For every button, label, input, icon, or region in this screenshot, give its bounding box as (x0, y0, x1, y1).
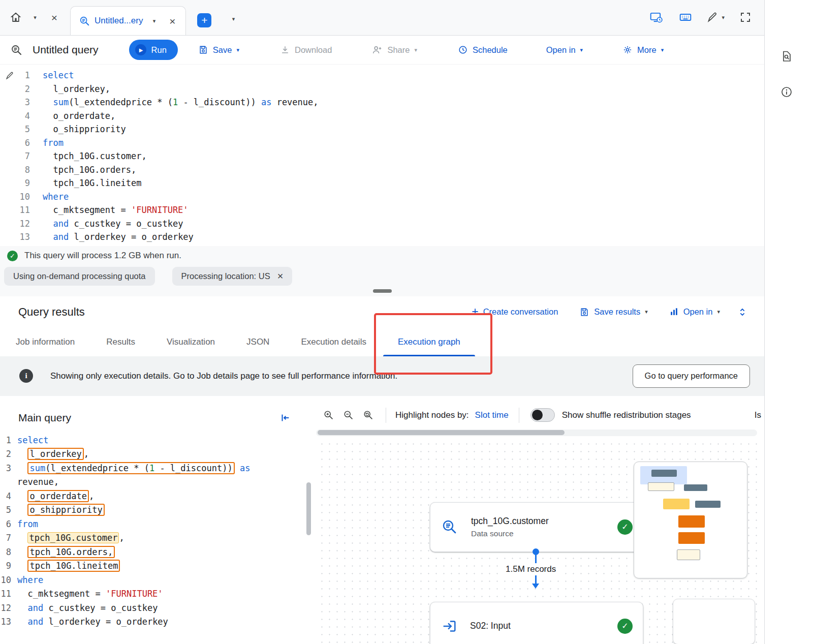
fullscreen-button[interactable] (737, 9, 754, 26)
editor-status-strip: ✓ This query will process 1.2 GB when ru… (0, 246, 764, 296)
graph-minimap[interactable] (634, 462, 747, 578)
bigquery-app: ▾ × Untitled...ery ▾ × + ▾ ▾ (0, 0, 813, 644)
keyboard-icon (679, 11, 692, 24)
results-tab[interactable]: Execution graph (382, 328, 476, 356)
query-tab-menu-button[interactable]: ▾ (147, 14, 161, 27)
settings-chip[interactable]: Using on-demand processing quota (4, 267, 155, 286)
home-button[interactable] (7, 9, 24, 26)
results-tab-bar: Job information Results Visualization JS… (0, 328, 764, 356)
query-toolbar: Untitled query ▶ Run Save ▾ Download Sha… (0, 36, 764, 65)
highlight-nodes-label: Highlight nodes by: (395, 410, 469, 420)
results-tab-label: Execution details (301, 337, 366, 347)
node-subtitle: Data source (471, 529, 549, 538)
graph-node-datasource[interactable]: tpch_10G.customer Data source ✓ (430, 502, 643, 552)
editor-format-icon[interactable] (5, 71, 15, 80)
sql-editor-region: 1select2 l_orderkey,3 sum(l_extendedpric… (0, 65, 764, 246)
run-button[interactable]: ▶ Run (129, 40, 178, 60)
zoom-out-button[interactable] (343, 410, 354, 420)
close-query-tab-button[interactable]: × (165, 14, 179, 28)
magic-pen-icon (706, 11, 718, 23)
right-side-rail (765, 0, 813, 644)
input-stage-icon (441, 618, 458, 635)
chevron-down-icon: ▾ (717, 309, 720, 315)
chevron-down-icon: ▾ (236, 47, 239, 53)
zoom-in-icon (323, 410, 334, 420)
page-title: Untitled query (33, 44, 99, 56)
shuffle-stages-toggle[interactable] (530, 408, 555, 422)
edge-arrow-icon (532, 584, 539, 589)
plus-icon: + (472, 306, 478, 318)
new-tab-menu-button[interactable]: ▾ (225, 10, 242, 27)
create-conversation-button[interactable]: + Create conversation (464, 302, 566, 322)
new-tab-button[interactable]: + (197, 13, 211, 27)
play-icon: ▶ (135, 44, 146, 55)
panel-splitter (0, 286, 764, 296)
query-history-search-button[interactable] (778, 48, 795, 65)
node-title: S02: Input (470, 621, 511, 631)
close-icon: × (169, 16, 175, 26)
results-tab[interactable]: JSON (231, 328, 285, 356)
save-results-button[interactable]: Save results ▾ (572, 302, 655, 322)
expand-results-button[interactable] (734, 303, 751, 321)
collapse-panel-button[interactable] (276, 409, 294, 426)
results-tab[interactable]: Visualization (151, 328, 231, 356)
zoom-in-button[interactable] (323, 410, 334, 420)
close-icon: × (51, 12, 57, 23)
results-tab[interactable]: Execution details (285, 328, 382, 356)
more-button[interactable]: More ▾ (609, 40, 677, 60)
results-tab-label: Job information (16, 337, 75, 347)
query-table-search-icon (79, 15, 90, 26)
sql-generation-button[interactable]: ▾ (706, 9, 725, 26)
execution-graph-panel: Highlight nodes by: Slot time Show shuff… (305, 396, 764, 644)
scrollbar-thumb[interactable] (318, 430, 565, 435)
download-button[interactable]: Download (267, 40, 345, 60)
main-query-panel: Main query 1select2 l_orderkey,3 sum(l_e… (0, 396, 305, 644)
node-success-icon: ✓ (617, 519, 633, 535)
results-tab-label: Results (106, 337, 135, 347)
results-tab-label: Execution graph (398, 337, 460, 347)
go-to-query-performance-button[interactable]: Go to query performance (633, 364, 750, 388)
results-tab[interactable]: Job information (0, 328, 90, 356)
results-tab-label: Visualization (167, 337, 215, 347)
open-results-in-button[interactable]: Open in ▾ (662, 302, 728, 322)
main-column: ▾ × Untitled...ery ▾ × + ▾ ▾ (0, 0, 765, 644)
close-home-tab-button[interactable]: × (46, 9, 63, 26)
main-query-code[interactable]: 1select2 l_orderkey,3 sum(l_extendedpric… (0, 428, 305, 629)
editor-tab-strip: ▾ × Untitled...ery ▾ × + ▾ ▾ (0, 0, 764, 36)
share-button[interactable]: Share ▾ (358, 40, 430, 60)
banner-message: Showing only execution details. Go to Jo… (50, 371, 397, 381)
sql-editor[interactable]: 1select2 l_orderkey,3 sum(l_extendedpric… (0, 69, 764, 244)
open-in-button[interactable]: Open in ▾ (533, 40, 596, 60)
save-button[interactable]: Save ▾ (185, 40, 253, 60)
highlight-mode-dropdown[interactable]: Slot time (475, 410, 509, 420)
chip-label: Processing location: US (181, 271, 270, 281)
graph-node-input-stage[interactable]: S02: Input ✓ (430, 602, 643, 644)
home-menu-button[interactable]: ▾ (26, 9, 44, 26)
keyboard-shortcuts-button[interactable] (677, 9, 694, 26)
more-button-label: More (637, 45, 656, 55)
query-settings-chips: Using on-demand processing quota Process… (0, 261, 764, 286)
schedule-button[interactable]: Schedule (445, 40, 521, 60)
info-panel-button[interactable] (778, 83, 795, 101)
chevron-down-icon: ▾ (661, 47, 664, 53)
query-tab[interactable]: Untitled...ery ▾ × (70, 6, 186, 35)
zoom-reset-button[interactable] (363, 410, 373, 420)
graph-canvas[interactable]: tpch_10G.customer Data source ✓ 1.5M rec… (316, 438, 757, 644)
chip-close-icon[interactable]: × (277, 271, 284, 281)
results-tab[interactable]: Results (90, 328, 151, 356)
graph-toolbar: Highlight nodes by: Slot time Show shuff… (305, 396, 764, 425)
settings-chip[interactable]: Processing location: US × (172, 267, 293, 286)
open-in-button-label: Open in (546, 45, 576, 55)
toolbar-divider (386, 408, 386, 423)
document-search-icon (780, 50, 793, 63)
remote-session-button[interactable] (647, 9, 665, 26)
graph-horizontal-scrollbar[interactable] (316, 430, 757, 436)
main-query-scrollbar[interactable] (306, 482, 311, 535)
splitter-drag-handle[interactable] (373, 289, 392, 293)
main-query-title: Main query (18, 412, 71, 424)
chevron-down-icon: ▾ (153, 18, 156, 24)
execution-details-banner: i Showing only execution details. Go to … (0, 356, 764, 396)
results-actions: + Create conversation Save results ▾ Ope… (464, 302, 751, 322)
run-button-label: Run (151, 45, 167, 55)
chevron-down-icon: ▾ (414, 47, 417, 53)
